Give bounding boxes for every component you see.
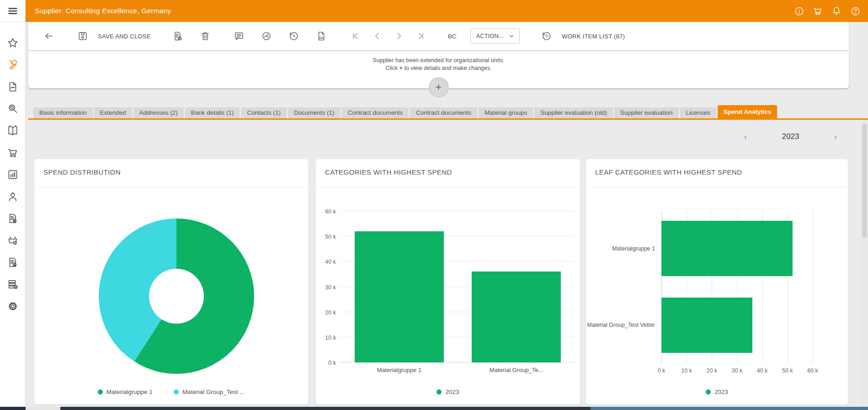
tab-underline bbox=[28, 118, 868, 120]
leaf-legend: 2023 bbox=[586, 389, 848, 395]
period-navigation: ‹ 2023 › bbox=[741, 130, 840, 144]
action-dropdown[interactable]: ACTION... bbox=[470, 28, 520, 44]
cart-icon[interactable] bbox=[812, 5, 823, 16]
next-record-icon[interactable] bbox=[392, 29, 406, 43]
tab-documents[interactable]: Documents (1) bbox=[288, 107, 341, 118]
comment-icon[interactable] bbox=[232, 29, 246, 43]
application-window: Supplier: Consulting Excellence, Germany bbox=[0, 0, 868, 410]
favorites-star-icon[interactable] bbox=[0, 32, 26, 54]
page-title: Supplier: Consulting Excellence, Germany bbox=[26, 7, 171, 15]
card-title: CATEGORIES WITH HIGHEST SPEND bbox=[316, 159, 580, 187]
gauge-icon[interactable] bbox=[260, 29, 273, 43]
analytics-chart-icon[interactable] bbox=[0, 164, 26, 186]
tab-supplier-evaluation[interactable]: Supplier evaluation bbox=[614, 107, 679, 118]
chevron-down-icon bbox=[508, 33, 515, 39]
basket-pending-icon[interactable] bbox=[0, 229, 26, 251]
tab-extended[interactable]: Extended bbox=[94, 107, 132, 118]
catalog-book-icon[interactable] bbox=[0, 120, 26, 142]
hand-truck-icon[interactable] bbox=[0, 54, 26, 76]
legend-label: 2023 bbox=[445, 389, 459, 395]
tab-contract-documents-2[interactable]: Contract documents bbox=[410, 107, 477, 118]
legend-dot-icon bbox=[98, 389, 103, 394]
y-axis-tick: 0 k bbox=[314, 360, 336, 366]
pdf-icon[interactable]: PDF bbox=[314, 29, 328, 43]
y-category-label: Materialgruppe 1 bbox=[612, 245, 655, 252]
y-axis-tick: 50 k bbox=[314, 234, 336, 240]
work-item-list-button[interactable]: WORK ITEM LIST (87) bbox=[562, 33, 625, 40]
legend-label: Materialgruppe 1 bbox=[107, 389, 153, 395]
x-axis-tick: 50 k bbox=[782, 367, 793, 374]
legend-dot-icon bbox=[174, 389, 179, 394]
next-year-icon[interactable]: › bbox=[831, 132, 840, 142]
user-icon[interactable] bbox=[0, 186, 26, 208]
bar-2[interactable] bbox=[661, 298, 752, 353]
info-icon[interactable] bbox=[793, 5, 804, 16]
bar-2[interactable] bbox=[472, 272, 561, 362]
leaf-categories-highest-spend-card: LEAF CATEGORIES WITH HIGHEST SPEND 0 k10… bbox=[586, 159, 848, 405]
x-category-label: Material Group_Te... bbox=[490, 367, 543, 373]
tab-licenses[interactable]: Licenses bbox=[680, 107, 716, 118]
legend-dot-icon bbox=[437, 389, 442, 394]
notice-panel: Supplier has been extended for organizat… bbox=[28, 51, 849, 88]
bar-1[interactable] bbox=[355, 231, 444, 362]
spend-legend: Materialgruppe 1Material Group_Test ... bbox=[34, 389, 308, 395]
history-icon[interactable] bbox=[287, 29, 301, 43]
x-axis-tick: 40 k bbox=[757, 367, 768, 374]
legend-item[interactable]: 2023 bbox=[706, 389, 728, 395]
y-axis-tick: 10 k bbox=[314, 335, 336, 341]
first-record-icon[interactable] bbox=[348, 29, 362, 43]
year-label: 2023 bbox=[782, 132, 799, 141]
bar-1[interactable] bbox=[661, 221, 793, 276]
y-category-label: Material Group_Test Vetter bbox=[587, 322, 655, 328]
tab-spend-analytics[interactable]: Spend Analytics bbox=[718, 105, 777, 118]
item-search-icon[interactable] bbox=[0, 98, 26, 120]
settings-gear-icon[interactable] bbox=[0, 295, 26, 317]
back-arrow-icon[interactable] bbox=[42, 29, 56, 43]
action-dropdown-label: ACTION... bbox=[476, 33, 504, 39]
contract-document-icon[interactable] bbox=[0, 76, 26, 98]
hamburger-menu-icon[interactable] bbox=[0, 0, 25, 22]
master-data-check-icon[interactable] bbox=[0, 273, 26, 295]
invoice-payment-icon[interactable] bbox=[0, 251, 26, 273]
notice-line-2: Click + to view details and make changes… bbox=[28, 64, 849, 72]
horizontal-scrollbar-thumb[interactable] bbox=[60, 407, 591, 410]
title-bar: Supplier: Consulting Excellence, Germany bbox=[26, 0, 868, 22]
previous-record-icon[interactable] bbox=[370, 29, 384, 43]
expand-details-button[interactable]: + bbox=[429, 77, 449, 97]
tab-contacts[interactable]: Contacts (1) bbox=[241, 107, 287, 118]
legend-label: Material Group_Test ... bbox=[182, 389, 245, 395]
vertical-scrollbar bbox=[861, 120, 868, 407]
help-icon[interactable] bbox=[850, 5, 861, 16]
tab-contract-documents-1[interactable]: Contract documents bbox=[342, 107, 409, 118]
vertical-scrollbar-thumb[interactable] bbox=[862, 123, 867, 238]
tab-basic-information[interactable]: Basic information bbox=[33, 107, 93, 118]
shopping-cart-icon[interactable] bbox=[0, 142, 26, 164]
y-axis-tick: 30 k bbox=[314, 284, 336, 291]
toolbar: SAVE AND CLOSE PDF bbox=[28, 22, 849, 50]
previous-year-icon[interactable]: ‹ bbox=[741, 132, 750, 142]
invoice-percent-icon[interactable] bbox=[0, 208, 26, 229]
categories-legend: 2023 bbox=[316, 389, 580, 395]
spend-distribution-donut-chart[interactable] bbox=[99, 218, 254, 374]
legend-dot-icon bbox=[706, 389, 711, 394]
legend-item[interactable]: Material Group_Test ... bbox=[174, 389, 245, 395]
x-axis-tick: 20 k bbox=[707, 367, 718, 374]
last-record-icon[interactable] bbox=[414, 29, 428, 43]
y-axis-tick: 60 k bbox=[314, 208, 336, 215]
legend-item[interactable]: 2023 bbox=[437, 389, 459, 395]
tab-bank-details[interactable]: Bank details (1) bbox=[185, 107, 240, 118]
sidebar bbox=[0, 0, 26, 407]
tab-addresses[interactable]: Addresses (2) bbox=[133, 107, 184, 118]
bell-icon[interactable] bbox=[831, 5, 842, 16]
tab-material-groups[interactable]: Material groups bbox=[479, 107, 533, 118]
save-and-close-button[interactable]: SAVE AND CLOSE bbox=[98, 33, 151, 40]
new-document-icon[interactable] bbox=[171, 29, 185, 43]
trash-icon[interactable] bbox=[198, 29, 212, 43]
tab-supplier-evaluation-old[interactable]: Supplier evaluation (old) bbox=[534, 107, 613, 118]
gridline bbox=[341, 211, 575, 211]
legend-item[interactable]: Materialgruppe 1 bbox=[98, 389, 153, 395]
x-axis-tick: 0 k bbox=[658, 367, 666, 374]
history-clock-icon[interactable] bbox=[540, 29, 554, 43]
leaf-categories-bar-chart: 0 k10 k20 k30 k40 k50 k60 kMaterialgrupp… bbox=[661, 210, 813, 363]
save-icon[interactable] bbox=[76, 29, 90, 43]
